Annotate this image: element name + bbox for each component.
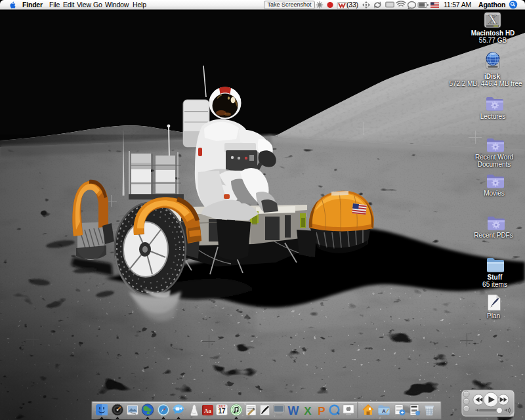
svg-text:JULY: JULY xyxy=(218,405,225,408)
svg-text:X: X xyxy=(304,405,312,417)
svg-text:W: W xyxy=(288,404,299,417)
svg-text:17: 17 xyxy=(218,408,226,415)
svg-text:P: P xyxy=(318,405,325,417)
svg-text:Aa: Aa xyxy=(204,408,211,414)
svg-text:X: X xyxy=(488,12,497,26)
svg-text:A: A xyxy=(382,408,386,414)
